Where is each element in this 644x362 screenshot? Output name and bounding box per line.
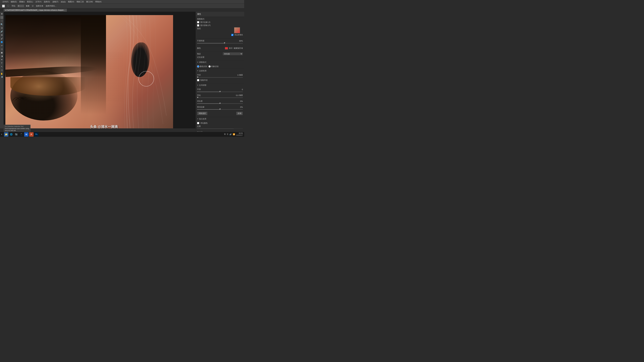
contrast-slider-fill [197,103,220,104]
tool-pen[interactable]: ✒ [0,58,3,61]
smart-radius-checkbox[interactable] [197,79,199,81]
menu-file[interactable]: 文件(F) [1,0,10,3]
toolbar-feather-input[interactable] [18,5,24,7]
toolbar-antialias[interactable]: ☑ [31,4,34,7]
canvas-area[interactable]: 头条 @清水一滴滴 [4,12,196,128]
tool-eraser[interactable]: ◻ [0,48,3,51]
menu-window[interactable]: 窗口(W) [85,0,94,3]
invert-btn[interactable]: 反相 [236,112,243,115]
taskbar-network-icon[interactable]: 📶 [233,133,235,135]
color-recognition-option[interactable]: 颜色识别 [197,65,207,68]
right-panel: 属性 视图模式 显示边缘 (J) 显示原稿 (P) 预览 高品质预览 [196,12,244,137]
color-mode-label: 被蒙版区域 [234,47,243,49]
decontaminate-checkbox[interactable] [197,122,199,124]
output-section-header[interactable]: 输出效果 [196,117,244,121]
tool-lasso[interactable]: 〇 [0,19,3,22]
color-swatch[interactable] [225,47,228,49]
menu-select[interactable]: 选择(S) [43,0,51,3]
smooth-row: 平滑 0 [197,88,243,91]
tool-eyedropper[interactable]: 💉 [0,30,3,33]
file-tab-active[interactable]: v2-5e031b02336f441da67c1350a50b3de84_r-t… [3,8,67,12]
taskbar-phone-icon[interactable]: 📱 [19,132,24,137]
tool-gradient[interactable]: ▣ [0,51,3,54]
object-recognition-radio[interactable] [208,65,211,67]
menu-type[interactable]: 文字(Y) [34,0,42,3]
tool-crop[interactable]: ⊡ [0,26,3,29]
smooth-slider-track[interactable] [197,92,243,92]
tool-shape[interactable]: ⬡ [0,69,3,72]
toolbar: ⬜ 〇 羽化: 像素 ☑ 选择主体 选择并遮住... [0,4,244,8]
show-edge-checkbox[interactable] [197,21,199,23]
taskbar-powerpoint-icon[interactable]: P [29,132,34,137]
feather-slider-track[interactable] [197,97,243,98]
contrast-value: 0% [240,100,243,102]
tool-move[interactable]: ✥ [0,12,3,15]
menu-view[interactable]: 视图(V) [67,0,75,3]
opacity-slider-thumb [224,42,225,44]
adjust-mode-section-header[interactable]: 调整模式 [196,60,244,64]
toolbar-select-shape[interactable]: ⬜ [1,4,6,8]
tool-dodge[interactable]: ◑ [0,55,3,58]
amount-slider-track [197,129,243,129]
menu-layer[interactable]: 图层(L) [26,0,34,3]
taskbar-lang[interactable]: 英 [224,133,226,135]
taskbar-explorer-icon[interactable]: 📁 [4,132,8,137]
menu-filter[interactable]: 滤镜(T) [51,0,59,3]
tool-stamp[interactable]: 🔷 [0,40,3,43]
opacity-row: 不透明度 60% [197,39,243,42]
tool-quick-select[interactable]: 🔍 [0,23,3,26]
tool-hand[interactable]: ✋ [0,72,3,75]
contrast-slider-track[interactable] [197,103,243,104]
menu-image[interactable]: 图像(I) [18,0,26,3]
tool-path-select[interactable]: ↖ [0,65,3,68]
best-settings-row: 记住设置 [197,56,243,58]
high-quality-checkbox[interactable] [231,34,234,36]
taskbar-edge-icon[interactable]: 🌐 [9,132,14,137]
opacity-slider-track[interactable] [197,43,243,43]
menu-bar: 文件(F) 编辑(E) 图像(I) 图层(L) 文字(Y) 选择(S) 滤镜(T… [0,0,244,4]
taskbar-word-icon[interactable]: W [24,132,28,137]
smart-radius-label: 智能半径 [200,79,208,81]
edge-detection-section: 半径 0 像素 智能半径 [196,73,244,83]
tool-zoom[interactable]: 🔎 [0,76,3,79]
clear-selection-btn[interactable]: 清除选区 [197,112,208,115]
radius-value: 0 [238,74,238,76]
taskbar-photos-icon[interactable]: 📷 [14,132,18,137]
selection-buttons-row: 清除选区 反相 [197,112,243,115]
taskbar-ps-icon[interactable]: Ps [34,132,38,137]
taskbar-volume-icon[interactable]: 🔊 [230,133,232,135]
color-recognition-radio[interactable] [197,65,199,67]
tool-brush[interactable]: 🖌 [0,37,3,40]
amount-row: 总量 [197,125,243,128]
tool-heal[interactable]: ⊕ [0,33,3,36]
view-mode-section: 视图模式 显示边缘 (J) 显示原稿 (P) 预览 高品质预览 [196,17,244,38]
tool-text[interactable]: T [0,62,3,65]
show-original-checkbox[interactable] [197,24,199,26]
taskbar-input[interactable]: 五 [227,133,228,135]
color-row: 颜色 表示 被蒙版区域 [197,47,243,49]
shift-edge-slider-track[interactable] [197,109,243,110]
radius-slider-track[interactable] [197,77,243,78]
global-adjust-section-header[interactable]: 全局调整 [196,83,244,87]
toolbar-select-subject-btn[interactable]: 选择主体 [35,4,44,7]
toolbar-refine-btn[interactable]: 选择并遮住... [45,4,57,7]
tool-history-brush[interactable]: ↩ [0,44,3,47]
menu-edit[interactable]: 编辑(E) [10,0,18,3]
feather-row: 羽化 0.0 像素 [197,94,243,96]
toolbar-select-lasso[interactable]: 〇 [6,4,10,8]
edge-detection-section-header[interactable]: 边缘检测 [196,69,244,73]
shift-edge-slider-thumb [219,109,221,110]
amount-label: 总量 [197,125,201,128]
preset-label: 预设 [197,53,201,55]
radius-row: 半径 0 像素 [197,74,243,76]
show-edge-label: 显示边缘 (J) [200,21,210,23]
opacity-slider-fill [197,43,224,43]
menu-plugins[interactable]: 增效工具 [76,0,85,3]
preset-select[interactable]: 软化值 [223,52,243,55]
menu-3d[interactable]: 3D(D) [60,0,66,3]
tool-select[interactable]: ⬚ [0,16,3,19]
smooth-label: 平滑 [197,88,201,91]
object-recognition-option[interactable]: 对象识别 [208,65,218,68]
decontaminate-row: 净化颜色 [197,122,243,124]
menu-help[interactable]: 帮助(H) [94,0,102,3]
